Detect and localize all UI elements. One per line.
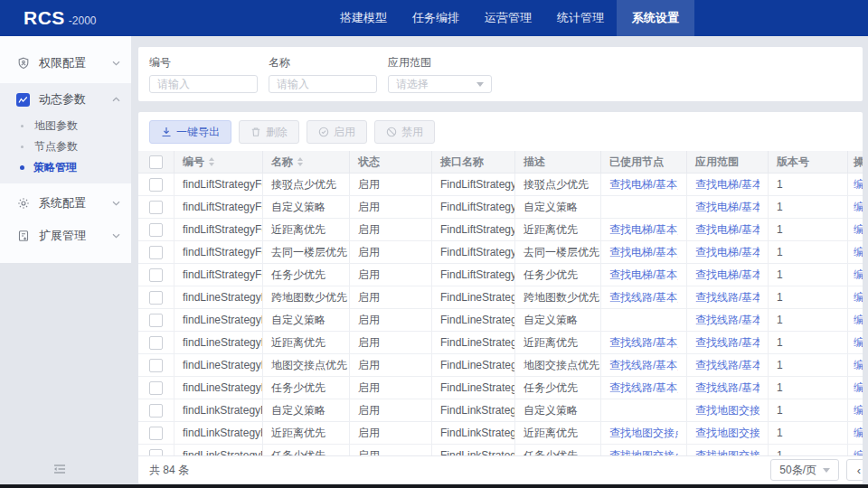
sidebar-subitem[interactable]: 策略管理 [0,157,131,178]
nodes-link[interactable]: 查找电梯/基本属性/查找 [609,177,678,192]
table-row: findLineStrategyFor...自定义策略启用FindLineStr… [138,309,863,332]
page-size-value: 50条/页 [779,463,816,478]
filter-input[interactable] [149,75,258,93]
nodes-link[interactable]: 查找线路/基本属性/查找 [609,380,678,396]
nodes-link[interactable]: 查找电梯/基本属性/查找 [609,267,678,283]
edit-link[interactable]: 编辑 [854,335,863,351]
sidebar-subitem[interactable]: 地图参数 [0,116,131,136]
row-checkbox[interactable] [149,246,163,259]
row-checkbox[interactable] [149,201,163,214]
edit-link[interactable]: 编辑 [854,222,863,238]
nodes-link[interactable]: 查找地图交接点/基本属性 [609,448,678,456]
edit-link[interactable]: 编辑 [854,245,863,260]
scope-link[interactable]: 查找线路/基本属性/查找 [695,335,760,351]
row-checkbox[interactable] [149,291,163,305]
row-checkbox[interactable] [149,314,163,327]
nav-item[interactable]: 任务编排 [400,0,472,36]
cell-desc: 去同一楼层优先 [515,241,601,263]
table-scroll-area[interactable]: 编号名称状态接口名称描述已使用节点应用范围版本号操作findLiftStrate… [138,151,863,455]
cell-status: 启用 [350,332,432,353]
cell-code: findLiftStrategyForS... [175,241,263,263]
table-footer: 共 84 条 50条/页 ‹ [138,455,863,483]
filter-select[interactable]: 请选择 [388,75,492,93]
scope-link[interactable]: 查找电梯/基本属性/查找 [695,177,760,192]
nodes-link[interactable]: 查找电梯/基本属性/查找 [609,222,678,238]
edit-link[interactable]: 编辑 [854,426,863,441]
prev-page-button[interactable]: ‹ [846,459,863,481]
edit-link[interactable]: 编辑 [854,358,863,373]
row-checkbox[interactable] [149,404,163,418]
select-all-checkbox[interactable] [149,155,163,169]
sidebar-collapse-icon[interactable] [52,463,67,479]
scope-link[interactable]: 查找线路/基本属性/查找 [695,380,760,396]
check-circle-icon [318,127,329,137]
scope-link[interactable]: 查找线路/基本属性/查找 [695,290,760,305]
sidebar-group[interactable]: 权限配置 [0,47,131,80]
scope-link[interactable]: 查找电梯/基本属性/查找 [695,267,760,283]
column-header-interface: 接口名称 [432,151,515,173]
scope-link[interactable]: 查找电梯/基本属性/查找 [695,222,760,238]
sidebar-subitem[interactable]: 节点参数 [0,136,131,157]
scope-link[interactable]: 查找电梯/基本属性/查找 [695,245,760,260]
nav-item[interactable]: 运营管理 [472,0,544,36]
edit-link[interactable]: 编辑 [854,380,863,396]
row-checkbox[interactable] [149,359,163,372]
sort-icon[interactable] [297,157,303,166]
cell-name: 近距离优先 [263,332,350,353]
row-checkbox[interactable] [149,336,163,350]
toolbar-button[interactable]: 启用 [307,120,367,144]
nodes-link[interactable]: 查找线路/基本属性/查找 [609,358,678,373]
row-checkbox[interactable] [149,427,163,440]
column-header-code[interactable]: 编号 [175,151,263,173]
cell-interface: FindLiftStrategy [432,219,515,240]
download-icon [161,127,172,137]
column-label: 操作 [854,155,863,170]
table-toolbar: 一键导出删除启用禁用 [138,112,863,151]
edit-link[interactable]: 编辑 [854,200,863,215]
sidebar-group[interactable]: 系统配置 [0,187,131,220]
nodes-link[interactable]: 查找地图交接点/基本属性 [609,426,678,441]
cell-action: 编辑 [848,332,863,353]
nodes-link[interactable]: 查找线路/基本属性/查找 [609,335,678,351]
sidebar-group[interactable]: 扩展管理 [0,220,131,252]
row-checkbox[interactable] [149,449,163,456]
edit-link[interactable]: 编辑 [854,313,863,328]
nodes-link[interactable]: 查找电梯/基本属性/查找 [609,245,678,260]
column-header-name[interactable]: 名称 [263,151,350,173]
strategy-table-card: 一键导出删除启用禁用 编号名称状态接口名称描述已使用节点应用范围版本号操作fin… [138,112,863,483]
nav-item[interactable]: 搭建模型 [327,0,400,36]
cell-name: 自定义策略 [263,399,350,421]
nodes-link[interactable]: 查找线路/基本属性/查找 [609,290,678,305]
scope-link[interactable]: 查找地图交接点/基本属性 [695,426,760,441]
cell-code: findLiftStrategyForTa... [175,264,263,286]
edit-link[interactable]: 编辑 [854,403,863,418]
chevron-down-icon [823,468,830,473]
row-checkbox[interactable] [149,268,163,282]
edit-link[interactable]: 编辑 [854,448,863,456]
row-checkbox[interactable] [149,223,163,237]
page-size-select[interactable]: 50条/页 [770,459,839,481]
nav-item[interactable]: 系统设置 [617,0,694,36]
table-row: findLiftStrategyForTa...任务少优先启用FindLiftS… [138,264,863,286]
scope-link[interactable]: 查找地图交接点/基本属性 [695,448,760,456]
select-placeholder: 请选择 [396,77,429,92]
edit-link[interactable]: 编辑 [854,177,863,192]
cell-action: 编辑 [848,445,863,455]
row-checkbox[interactable] [149,381,163,395]
scope-link[interactable]: 查找线路/基本属性/查找 [695,358,760,373]
toolbar-button[interactable]: 删除 [239,120,299,144]
toolbar-button[interactable]: 一键导出 [149,120,231,144]
toolbar-button[interactable]: 禁用 [374,120,435,144]
sidebar: 权限配置动态参数地图参数节点参数策略管理系统配置扩展管理 [0,36,131,263]
sort-icon[interactable] [209,157,214,166]
nav-item[interactable]: 统计管理 [544,0,617,36]
cell-nodes [601,196,687,218]
edit-link[interactable]: 编辑 [854,290,863,305]
edit-link[interactable]: 编辑 [854,267,863,283]
filter-input[interactable] [269,75,377,93]
scope-link[interactable]: 查找地图交接点/基本属性 [695,403,760,418]
row-checkbox[interactable] [149,178,163,192]
scope-link[interactable]: 查找电梯/基本属性/查找 [695,200,760,215]
sidebar-group[interactable]: 动态参数 [0,83,131,116]
scope-link[interactable]: 查找线路/基本属性/查找 [695,313,760,328]
